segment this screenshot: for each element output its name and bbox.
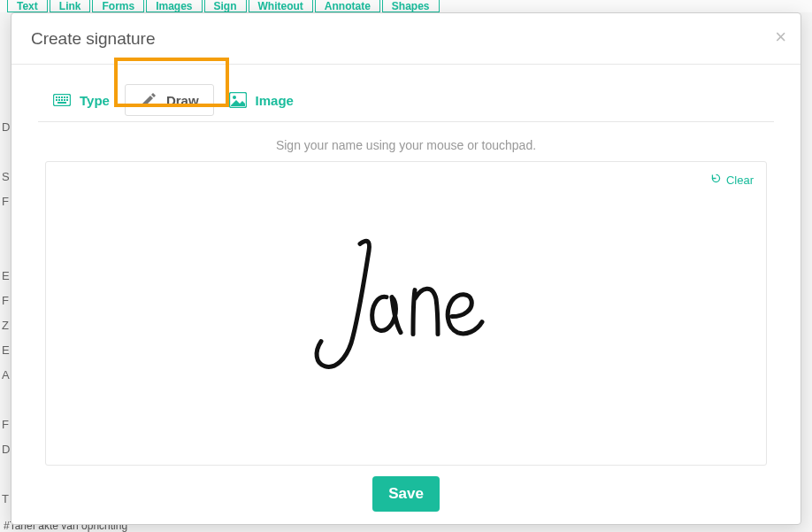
svg-rect-3 xyxy=(61,96,63,98)
modal-header: Create signature × xyxy=(11,13,801,65)
background-toolbar: Text Link Forms Images Sign Whiteout Ann… xyxy=(0,0,812,12)
bg-tool-images: Images xyxy=(146,0,202,12)
bg-tool-link: Link xyxy=(50,0,91,12)
svg-point-13 xyxy=(233,96,236,99)
clear-button-label: Clear xyxy=(726,173,754,187)
pencil-icon xyxy=(140,92,157,108)
drawn-signature xyxy=(309,235,503,386)
create-signature-modal: Create signature × Type Draw Image xyxy=(11,12,801,525)
svg-rect-5 xyxy=(66,96,68,98)
save-button[interactable]: Save xyxy=(372,476,440,512)
modal-footer: Save xyxy=(27,466,785,512)
svg-rect-4 xyxy=(64,96,65,98)
svg-rect-10 xyxy=(66,99,68,101)
tab-type[interactable]: Type xyxy=(38,84,125,116)
bg-tool-annotate: Annotate xyxy=(315,0,380,12)
svg-rect-8 xyxy=(61,99,63,101)
svg-rect-9 xyxy=(64,99,65,101)
close-icon[interactable]: × xyxy=(775,27,786,47)
svg-rect-1 xyxy=(56,96,57,98)
modal-body: Type Draw Image Sign your name using you… xyxy=(11,65,801,524)
svg-rect-2 xyxy=(58,96,60,98)
tab-draw[interactable]: Draw xyxy=(125,84,214,116)
signature-canvas[interactable]: Clear xyxy=(45,161,767,466)
tab-type-label: Type xyxy=(80,93,110,108)
tab-draw-label: Draw xyxy=(166,93,199,108)
bg-tool-forms: Forms xyxy=(92,0,144,12)
keyboard-icon xyxy=(53,92,71,108)
svg-rect-6 xyxy=(56,99,57,101)
svg-rect-11 xyxy=(57,102,66,104)
tab-image-label: Image xyxy=(256,93,294,108)
tab-image[interactable]: Image xyxy=(214,84,309,116)
bg-tool-text: Text xyxy=(7,0,48,12)
background-left-strip: DSFEFZEAFDT xyxy=(2,115,9,532)
svg-rect-7 xyxy=(58,99,60,101)
undo-icon xyxy=(710,173,722,187)
modal-title: Create signature xyxy=(31,29,155,49)
bg-tool-shapes: Shapes xyxy=(382,0,440,12)
bg-tool-sign: Sign xyxy=(204,0,247,12)
clear-button[interactable]: Clear xyxy=(710,173,754,187)
bg-tool-whiteout: Whiteout xyxy=(249,0,313,12)
instruction-text: Sign your name using your mouse or touch… xyxy=(27,138,785,152)
tabs-row: Type Draw Image xyxy=(38,84,774,122)
image-icon xyxy=(229,92,247,108)
